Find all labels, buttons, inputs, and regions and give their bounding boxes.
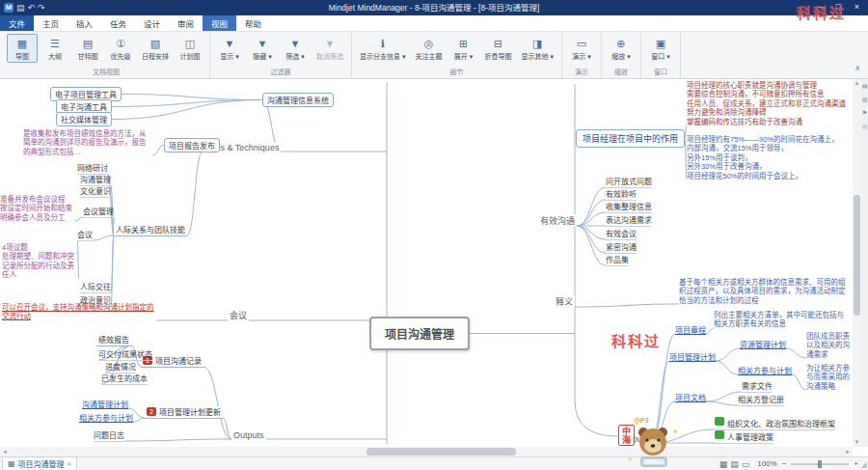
map-node-splan[interactable]: 相关方参与计划 <box>79 412 133 423</box>
map-node-resnote[interactable]: 团队成员职责以及相关的沟通需求 <box>806 332 851 359</box>
map-node-e3[interactable]: 收集整理信息 <box>606 201 652 213</box>
task-pane-strip[interactable]: ▤▥⚑◎ <box>861 79 868 447</box>
map-node-eef1[interactable]: 组织文化、政治氛围和治理框架 <box>715 417 835 430</box>
map-node-reg[interactable]: 相关方登记册 <box>738 394 784 406</box>
map-node-ilog[interactable]: 问题日志 <box>94 429 124 442</box>
tab-任务[interactable]: 任务 <box>101 15 135 31</box>
scroll-down-icon[interactable]: ▼ <box>853 438 861 447</box>
map-node-stknote[interactable]: 为让相关方参与而需采用的沟通策略 <box>806 364 851 391</box>
vertical-scrollbar[interactable]: ▲ ▼ <box>853 79 861 447</box>
ribbon-button-甘特图[interactable]: ▤甘特图 <box>72 34 103 63</box>
tab-文件[interactable]: 文件 <box>0 15 34 31</box>
titlebar-save-icon[interactable]: ▤ <box>16 0 25 15</box>
map-node-mmnote[interactable]: 准备并发布会议议程 按设定时间开始和结束 明确参会人员及分工 <box>0 195 75 222</box>
map-node-eef2[interactable]: 人事管理政策 <box>715 430 773 444</box>
map-node-cplan[interactable]: 沟通管理计划 <box>82 399 128 409</box>
map-node-meetbranch[interactable]: 会议 <box>228 309 249 321</box>
ribbon-button-折叠导图[interactable]: ⊟折叠导图 <box>480 34 515 63</box>
tab-插入[interactable]: 插入 <box>68 15 101 31</box>
ribbon-button-窗口[interactable]: ▣窗口 ▾ <box>645 34 676 63</box>
presentation-view-icon[interactable]: ▭ <box>742 459 750 469</box>
resize-grip-icon[interactable]: ◢ <box>861 460 867 469</box>
map-node-req[interactable]: 需求文件 <box>742 380 773 393</box>
tab-帮助[interactable]: 帮助 <box>236 15 270 31</box>
map-view-icon[interactable]: ▦ <box>719 459 728 469</box>
ribbon-button-展开[interactable]: ⊞展开 ▾ <box>448 34 478 63</box>
ribbon-button-演示[interactable]: ▭演示 ▾ <box>566 34 597 63</box>
map-node-pmplan[interactable]: 项目管理计划 <box>669 351 716 362</box>
tab-主页[interactable]: 主页 <box>34 15 68 31</box>
map-node-perf[interactable]: 绩效报告 <box>96 334 131 346</box>
window-close-button[interactable]: × <box>848 0 866 15</box>
tab-设计[interactable]: 设计 <box>135 15 169 31</box>
ribbon-button-隐藏[interactable]: ▼隐藏 ▾ <box>247 34 278 63</box>
map-node-central[interactable]: 项目沟通管理 <box>369 317 470 350</box>
ribbon-button-关注主题[interactable]: ◎关注主题 <box>411 34 446 63</box>
titlebar-app-icon[interactable]: M <box>4 3 14 13</box>
tab-视图[interactable]: 视图 <box>203 15 236 31</box>
outline-view-icon[interactable]: ▤ <box>730 459 739 469</box>
map-node-eff[interactable]: 有效沟通 <box>538 214 577 227</box>
titlebar-redo-icon[interactable]: ↷ <box>38 0 45 15</box>
titlebar-undo-icon[interactable]: ↶ <box>28 0 36 15</box>
vertical-scroll-thumb[interactable] <box>854 195 860 316</box>
map-node-pmrole[interactable]: 项目经理在项目中的作用 <box>576 129 685 148</box>
ribbon-button-导图[interactable]: ▦导图 <box>7 34 38 63</box>
ribbon-button-优先级[interactable]: ①优先级 <box>105 34 136 63</box>
ribbon-button-计划图[interactable]: ◫计划图 <box>175 34 205 63</box>
map-node-skills[interactable]: 人际关系与团队技能 <box>114 224 187 236</box>
map-node-cmis[interactable]: 沟通管理信息系统 <box>262 93 334 107</box>
map-node-rnote[interactable]: 是收集和发布项目绩效信息的方法，从简单的沟通到详尽的报告及演示，报告的典型形式包… <box>23 129 152 156</box>
map-node-rpub[interactable]: 项目报告发布 <box>164 138 220 152</box>
map-node-docs[interactable]: 项目文档 <box>675 392 706 402</box>
ribbon-button-显示其他[interactable]: ◨显示其他 ▾ <box>517 34 556 63</box>
ribbon-button-缩放[interactable]: ⊕缩放 ▾ <box>606 34 637 63</box>
map-node-e4[interactable]: 表达沟通需求 <box>606 214 652 227</box>
zoom-slider[interactable] <box>791 463 849 465</box>
horizontal-scrollbar[interactable]: ◄ ► <box>0 447 853 456</box>
map-node-e5[interactable]: 有效会议 <box>606 228 637 240</box>
ribbon-button-显示分支信息[interactable]: ℹ显示分支信息 ▾ <box>356 34 409 63</box>
map-node-resplan[interactable]: 资源管理计划 <box>740 339 786 349</box>
map-node-meetlink[interactable]: 可以召开会议，支持沟通策略和沟通计划指定的交流行动 <box>2 303 156 321</box>
ribbon-button-日程安排[interactable]: ▧日程安排 <box>138 34 173 63</box>
map-sheet-tab[interactable]: ▦ 项目沟通管理 × <box>2 456 77 470</box>
zoom-in-icon[interactable]: + <box>854 459 858 468</box>
scroll-left-icon[interactable]: ◄ <box>0 447 10 456</box>
statusbar-view-icons[interactable]: ▦▤▭ <box>719 459 753 469</box>
zoom-out-icon[interactable]: − <box>782 459 787 468</box>
panel-edit-icon[interactable]: ▥ <box>861 93 868 106</box>
panel-target-icon[interactable]: ◎ <box>861 120 868 133</box>
map-node-e6[interactable]: 紧密沟通 <box>606 241 637 254</box>
ribbon-button-显示[interactable]: ▼显示 ▾ <box>214 34 245 63</box>
map-node-meet2[interactable]: 会议 <box>77 229 93 241</box>
map-canvas[interactable]: 项目沟通管理Tools & Techniques沟通管理信息系统电子项目管理工具… <box>0 79 853 447</box>
tab-审阅[interactable]: 审阅 <box>169 15 203 31</box>
quick-access[interactable]: M▤↶↷ <box>0 0 45 15</box>
panel-flag-icon[interactable]: ⚑ <box>861 106 868 120</box>
ribbon-collapse-button[interactable]: ∧ <box>854 64 860 72</box>
map-node-charter[interactable]: 项目章程 <box>675 324 706 335</box>
scroll-up-icon[interactable]: ▲ <box>853 79 861 88</box>
map-node-e7[interactable]: 作品集 <box>606 254 629 266</box>
map-node-outputs[interactable]: Outputs <box>231 430 266 440</box>
map-node-cost[interactable]: 已发生的成本 <box>101 373 148 385</box>
map-node-deliv[interactable]: 可交付成果状态 <box>98 348 152 361</box>
ribbon-button-筛选[interactable]: ▼筛选 ▾ <box>280 34 311 63</box>
zoom-slider-handle[interactable] <box>818 460 822 468</box>
map-node-soc[interactable]: 社交媒体管理 <box>56 112 112 126</box>
map-node-pmupd[interactable]: 2项目管理计划更新 <box>145 406 223 419</box>
map-node-def[interactable]: 释义 <box>554 295 575 308</box>
map-node-meetnote[interactable]: 4项议题 处理期望、问题和冲突 记录所分配的行动及责任人 <box>2 243 79 280</box>
map-node-mmgmt[interactable]: 会议管理 <box>83 206 114 218</box>
map-node-pmnote1[interactable]: 项目经理的核心职责就是沟通协调与管理 需要综合控制沟通，不可随意扣押所有信息 任… <box>687 81 851 126</box>
map-node-e2[interactable]: 有效聆听 <box>606 188 637 201</box>
map-node-chnote[interactable]: 列出主要相关方清单，其中可能还包括与相关方职责有关的信息 <box>714 311 851 329</box>
map-node-pmnote2[interactable]: 项目经理约有75%——90%的时间花在沟通上， 内部沟通，交流15%用于领导， … <box>687 135 851 180</box>
map-node-inter[interactable]: 人际交往 <box>80 281 111 293</box>
map-node-e1[interactable]: 问开放式问题 <box>606 176 652 188</box>
map-node-culture[interactable]: 文化意识 <box>80 185 111 198</box>
close-tab-icon[interactable]: × <box>68 459 72 468</box>
horizontal-scroll-thumb[interactable] <box>366 448 516 456</box>
scroll-right-icon[interactable]: ► <box>843 447 853 456</box>
